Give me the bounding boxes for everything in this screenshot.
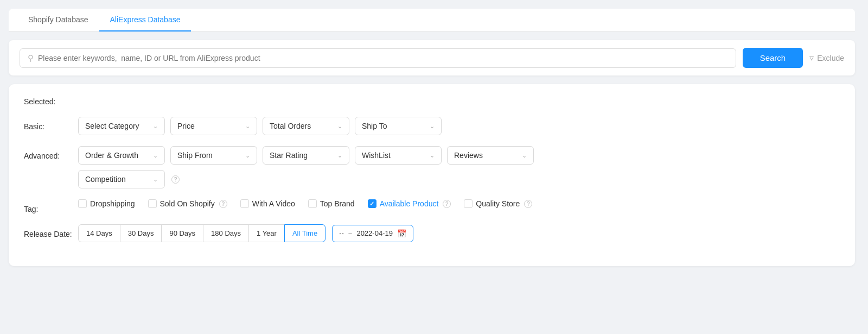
tag-sold-on-shopify-label: Sold On Shopify — [160, 199, 215, 208]
tab-shopify[interactable]: Shopify Database — [17, 9, 99, 31]
dropdown-label: WishList — [362, 151, 391, 160]
search-icon: ⚲ — [28, 53, 34, 63]
tab-bar: Shopify Database AliExpress Database — [9, 9, 855, 31]
dropdown-label: Total Orders — [270, 122, 311, 130]
dropdown-select-category[interactable]: Select Category ⌄ — [78, 117, 165, 135]
tag-quality-store-label: Quality Store — [476, 199, 520, 208]
date-btn-180days[interactable]: 180 Days — [203, 224, 249, 242]
dropdown-label: Order & Growth — [85, 151, 138, 160]
calendar-icon[interactable]: 📅 — [397, 229, 406, 238]
dropdown-star-rating[interactable]: Star Rating ⌄ — [263, 146, 349, 165]
tag-available-product-label: Available Product — [380, 199, 439, 208]
release-date-label: Release Date: — [24, 224, 78, 238]
search-input[interactable] — [38, 54, 728, 62]
advanced-label: Advanced: — [24, 146, 78, 160]
checkbox-quality-store[interactable] — [464, 199, 473, 208]
release-date-controls: 14 Days 30 Days 90 Days 180 Days 1 Year … — [78, 224, 413, 242]
quality-store-help-icon[interactable]: ? — [524, 200, 532, 208]
tag-with-a-video[interactable]: With A Video — [240, 199, 295, 208]
checkbox-sold-on-shopify[interactable] — [148, 199, 157, 208]
tag-filter-row: Tag: Dropshipping Sold On Shopify ? With… — [24, 199, 840, 213]
date-range-end: 2022-04-19 — [356, 229, 393, 237]
tag-label: Tag: — [24, 199, 78, 213]
tab-aliexpress[interactable]: AliExpress Database — [99, 9, 192, 31]
chevron-down-icon: ⌄ — [430, 152, 435, 159]
chevron-down-icon: ⌄ — [522, 152, 527, 159]
dropdown-label: Ship To — [362, 122, 387, 130]
dropdown-label: Ship From — [177, 151, 213, 160]
selected-label: Selected: — [24, 97, 840, 106]
chevron-down-icon: ⌄ — [430, 123, 435, 130]
tag-row: Dropshipping Sold On Shopify ? With A Vi… — [78, 199, 532, 208]
exclude-wrap[interactable]: ▿ Exclude — [809, 53, 844, 63]
funnel-icon: ▿ — [809, 53, 814, 63]
tag-top-brand[interactable]: Top Brand — [308, 199, 355, 208]
chevron-down-icon: ⌄ — [245, 152, 250, 159]
date-btn-90days[interactable]: 90 Days — [161, 224, 203, 242]
tag-with-a-video-label: With A Video — [252, 199, 295, 208]
tag-sold-on-shopify[interactable]: Sold On Shopify ? — [148, 199, 227, 208]
date-btn-alltime[interactable]: All Time — [284, 224, 326, 242]
chevron-down-icon: ⌄ — [153, 176, 158, 183]
basic-dropdowns: Select Category ⌄ Price ⌄ Total Orders ⌄… — [78, 117, 840, 135]
exclude-label: Exclude — [817, 54, 844, 62]
dropdown-label: Price — [177, 122, 195, 130]
tag-dropshipping[interactable]: Dropshipping — [78, 199, 135, 208]
dropdown-label: Competition — [85, 175, 126, 184]
chevron-down-icon: ⌄ — [153, 152, 158, 159]
chevron-down-icon: ⌄ — [153, 123, 158, 130]
date-btn-1year[interactable]: 1 Year — [248, 224, 285, 242]
dropdown-ship-from[interactable]: Ship From ⌄ — [170, 146, 257, 165]
tag-quality-store[interactable]: Quality Store ? — [464, 199, 532, 208]
date-btn-30days[interactable]: 30 Days — [120, 224, 162, 242]
dropdown-reviews[interactable]: Reviews ⌄ — [447, 146, 534, 165]
dropdown-label: Star Rating — [270, 151, 308, 160]
date-range-separator: ~ — [348, 229, 353, 237]
basic-label: Basic: — [24, 117, 78, 131]
checkbox-dropshipping[interactable] — [78, 199, 87, 208]
advanced-filter-row: Advanced: Order & Growth ⌄ Ship From ⌄ S… — [24, 146, 840, 188]
advanced-dropdowns-row2: Competition ⌄ ? — [78, 170, 840, 188]
tag-available-product[interactable]: Available Product ? — [368, 199, 451, 208]
dropdown-order-growth[interactable]: Order & Growth ⌄ — [78, 146, 165, 165]
chevron-down-icon: ⌄ — [245, 123, 250, 130]
sold-on-shopify-help-icon[interactable]: ? — [219, 200, 227, 208]
chevron-down-icon: ⌄ — [337, 123, 342, 130]
available-product-help-icon[interactable]: ? — [443, 200, 451, 208]
release-date-row: Release Date: 14 Days 30 Days 90 Days 18… — [24, 224, 840, 242]
dropdown-competition[interactable]: Competition ⌄ — [78, 170, 165, 188]
basic-filter-row: Basic: Select Category ⌄ Price ⌄ Total O… — [24, 117, 840, 135]
search-bar: ⚲ Search ▿ Exclude — [9, 40, 855, 75]
dropdown-ship-to[interactable]: Ship To ⌄ — [355, 117, 442, 135]
advanced-dropdowns-container: Order & Growth ⌄ Ship From ⌄ Star Rating… — [78, 146, 840, 188]
search-input-wrap[interactable]: ⚲ — [20, 48, 736, 68]
dropdown-label: Select Category — [85, 122, 139, 130]
competition-help-icon[interactable]: ? — [171, 175, 180, 184]
advanced-dropdowns-row1: Order & Growth ⌄ Ship From ⌄ Star Rating… — [78, 146, 840, 165]
dropdown-price[interactable]: Price ⌄ — [170, 117, 257, 135]
search-button[interactable]: Search — [743, 48, 803, 68]
checkbox-with-a-video[interactable] — [240, 199, 249, 208]
checkbox-top-brand[interactable] — [308, 199, 317, 208]
date-btn-14days[interactable]: 14 Days — [78, 224, 120, 242]
filter-panel: Selected: Basic: Select Category ⌄ Price… — [9, 84, 855, 266]
dropdown-total-orders[interactable]: Total Orders ⌄ — [263, 117, 349, 135]
dropdown-wishlist[interactable]: WishList ⌄ — [355, 146, 442, 165]
date-range-start: -- — [339, 229, 344, 237]
dropdown-label: Reviews — [454, 151, 483, 160]
tag-dropshipping-label: Dropshipping — [90, 199, 135, 208]
chevron-down-icon: ⌄ — [337, 152, 342, 159]
checkbox-available-product[interactable] — [368, 199, 376, 208]
date-range-picker[interactable]: -- ~ 2022-04-19 📅 — [332, 225, 413, 242]
tag-top-brand-label: Top Brand — [320, 199, 355, 208]
